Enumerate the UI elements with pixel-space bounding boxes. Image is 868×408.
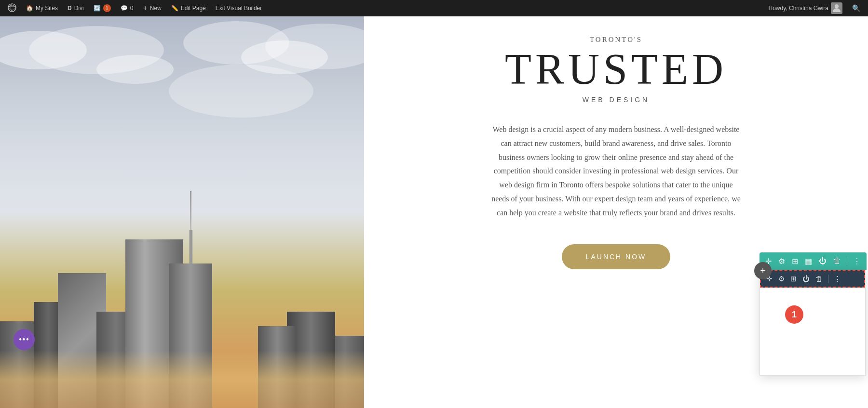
updates-icon: 🔄 (94, 5, 101, 12)
exit-vb-label: Exit Visual Builder (216, 5, 262, 12)
vb-module-card: ✛ ⚙ ⊞ ⏻ 🗑 ⋮ (760, 270, 866, 376)
vb-delete-icon[interactable]: 🗑 (831, 255, 843, 267)
edit-icon: ✏️ (171, 5, 178, 12)
exit-vb-item[interactable]: Exit Visual Builder (212, 0, 266, 16)
my-sites-item[interactable]: 🏠 My Sites (22, 0, 62, 16)
vb-inner-toolbar: ✛ ⚙ ⊞ ⏻ 🗑 ⋮ (760, 270, 865, 288)
hero-image-panel: ••• (0, 16, 364, 408)
city-buildings (0, 239, 364, 408)
howdy-text: Howdy, Christina Gwira (769, 5, 828, 12)
updates-item[interactable]: 🔄 1 (90, 0, 115, 16)
wp-logo-icon (8, 3, 16, 13)
comments-item[interactable]: 💬 0 (117, 0, 137, 16)
vb-inner-more-icon[interactable]: ⋮ (832, 273, 842, 285)
plus-icon: + (760, 265, 765, 276)
divi-label: Divi (74, 5, 84, 12)
vb-toggle-icon[interactable]: ⏻ (817, 255, 828, 267)
vb-settings-icon[interactable]: ⚙ (776, 255, 787, 268)
tb-inner-separator (828, 275, 828, 283)
new-label: New (150, 5, 162, 12)
dots-icon: ••• (19, 335, 29, 345)
search-icon: 🔍 (852, 4, 860, 12)
svg-point-1 (835, 4, 839, 8)
howdy-item[interactable]: Howdy, Christina Gwira (765, 2, 846, 14)
vb-inner-duplicate-icon[interactable]: ⊞ (789, 273, 798, 285)
admin-bar-right: Howdy, Christina Gwira 🔍 (765, 2, 864, 14)
description-text: Web design is a crucial aspect of any mo… (491, 123, 742, 220)
tb-separator (847, 257, 847, 265)
my-sites-icon: 🏠 (26, 5, 33, 12)
vb-duplicate-icon[interactable]: ⊞ (790, 255, 800, 268)
vb-outer-toolbar: ✛ ⚙ ⊞ ▦ ⏻ 🗑 ⋮ (760, 252, 867, 270)
edit-page-item[interactable]: ✏️ Edit Page (167, 0, 210, 16)
my-sites-label: My Sites (36, 5, 58, 12)
divi-item[interactable]: D Divi (64, 0, 88, 16)
web-design-label: WEB DESIGN (583, 96, 650, 104)
main-content: ••• TORONTO'S TRUSTED WEB DESIGN Web des… (0, 16, 868, 408)
vb-inner-settings-icon[interactable]: ⚙ (777, 273, 786, 285)
new-item[interactable]: + New (139, 0, 165, 16)
avatar-icon (831, 2, 842, 14)
module-number-badge: 1 (785, 305, 803, 324)
trusted-heading: TRUSTED (505, 48, 727, 91)
edit-page-label: Edit Page (181, 5, 206, 12)
launch-now-button[interactable]: LAUNCH NOW (562, 244, 671, 269)
admin-bar: 🏠 My Sites D Divi 🔄 1 💬 0 + New ✏️ Edit … (0, 0, 868, 16)
updates-badge: 1 (103, 4, 111, 12)
divi-icon: D (68, 5, 72, 12)
floating-dots-button[interactable]: ••• (14, 329, 35, 350)
comments-count: 0 (130, 5, 134, 12)
right-content-panel: TORONTO'S TRUSTED WEB DESIGN Web design … (364, 16, 868, 408)
toronto-label: TORONTO'S (590, 36, 642, 44)
vb-inner-toggle-icon[interactable]: ⏻ (801, 274, 811, 285)
vb-inner-delete-icon[interactable]: 🗑 (814, 274, 824, 285)
add-module-button[interactable]: + (754, 262, 772, 279)
vb-columns-icon[interactable]: ▦ (803, 255, 814, 268)
comments-icon: 💬 (121, 5, 128, 12)
wp-logo-item[interactable] (4, 0, 20, 16)
new-plus-icon: + (143, 4, 147, 13)
vb-more-icon[interactable]: ⋮ (851, 255, 863, 268)
search-item[interactable]: 🔍 (848, 4, 864, 12)
